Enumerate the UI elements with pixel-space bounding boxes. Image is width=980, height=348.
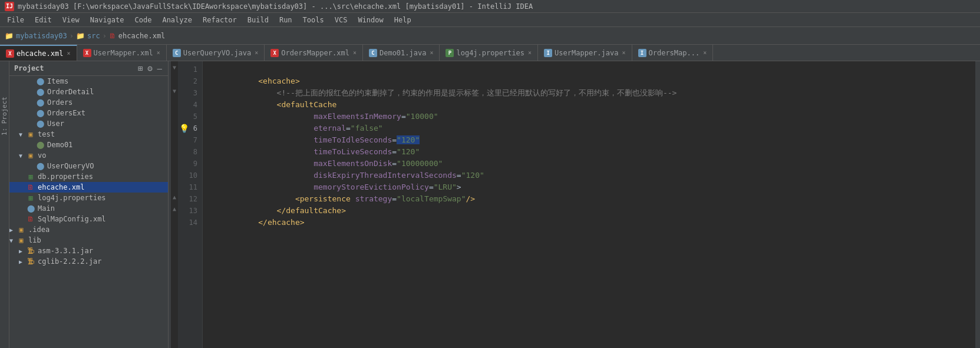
fold-3[interactable]: ▼ (171, 85, 178, 97)
arrow-idea: ▶ (9, 227, 17, 233)
sidebar-settings-btn[interactable]: ⚙ (146, 64, 153, 73)
bracket-10: > (457, 183, 461, 191)
tab-userqueryvo[interactable]: C UserQueryVO.java × (167, 45, 265, 61)
attr-eviction: memoryStoreEvictionPolicy (258, 183, 429, 191)
arrow-asm: ▶ (19, 248, 26, 254)
menu-item-window[interactable]: Window (353, 15, 388, 25)
tree-item-userqueryvo[interactable]: ⬤ UserQueryVO (9, 161, 168, 171)
breadcrumb-src-label: src (87, 32, 100, 40)
tree-folder-vo[interactable]: ▼ ▣ vo (9, 150, 168, 161)
menu-item-navigate[interactable]: Navigate (85, 15, 129, 25)
sidebar-minimize-btn[interactable]: — (156, 64, 163, 73)
attr-strategy: strategy (355, 194, 392, 203)
tab-close-ordersmap[interactable]: × (703, 49, 707, 56)
menu-item-build[interactable]: Build (243, 15, 273, 25)
tab-icon-ordersmap: I (638, 49, 646, 57)
tree-item-sqlmapconfig[interactable]: 🗎 SqlMapConfig.xml (9, 214, 168, 224)
tree-folder-idea[interactable]: ▶ ▣ .idea (9, 224, 168, 235)
val-diskexpiry: "120" (461, 171, 484, 180)
fold-11 (171, 179, 178, 191)
demo01-icon: ⬤ (35, 141, 45, 149)
line-num-7: 7 (178, 134, 202, 146)
folder-test-icon: ▣ (26, 130, 35, 138)
log4j-icon: ▦ (26, 194, 35, 202)
tab-close-demo01[interactable]: × (430, 49, 433, 56)
fold-13[interactable]: ▲ (171, 203, 178, 214)
userqueryvo-label: UserQueryVO (47, 162, 94, 170)
tab-close-usermapper[interactable]: × (157, 49, 160, 56)
eq-11: = (392, 194, 397, 203)
tab-label-userqueryvo: UserQueryVO.java (183, 49, 252, 57)
toolbar: 📁 mybatisday03 › 📁 src › 🗎 ehcache.xml (0, 27, 980, 45)
line-num-11: 11 (178, 181, 202, 193)
code-area[interactable]: <ehcache> <!--把上面的报红色的约束删掉了，约束的作用是提示标签，这… (203, 61, 975, 348)
tree-item-ehcache[interactable]: 🗎 ehcache.xml (9, 182, 168, 193)
tab-close-log4j[interactable]: × (528, 49, 532, 56)
tab-close-ehcache[interactable]: × (67, 50, 70, 57)
tab-close-ordersmapper[interactable]: × (353, 49, 357, 56)
arrow-lib: ▼ (9, 237, 17, 244)
fold-1[interactable]: ▼ (171, 61, 178, 73)
vertical-scrollbar[interactable] (975, 61, 980, 348)
tab-close-userqueryvo[interactable]: × (255, 49, 258, 56)
line-num-5: 5 (178, 111, 202, 122)
editor-content: ▼ ▼ ▲ ▲ 1 2 3 4 5 (171, 61, 980, 348)
tab-ordersmap[interactable]: I OrdersMap... × (632, 45, 714, 61)
tab-ehcache-xml[interactable]: X ehcache.xml × (0, 45, 77, 61)
tree-item-main[interactable]: ⬤ Main (9, 203, 168, 214)
menu-item-run[interactable]: Run (275, 15, 297, 25)
tree-item-dbprops[interactable]: ▦ db.properties (9, 171, 168, 182)
tag-defaultcache-close: </defaultCache> (258, 206, 346, 215)
sep1: › (70, 32, 74, 40)
orders-icon: ⬤ (35, 98, 45, 107)
ordersext-icon: ⬤ (35, 109, 45, 117)
orderdetail-icon: ⬤ (35, 88, 45, 96)
tree-item-user[interactable]: ⬤ User (9, 118, 168, 129)
tab-usermapper-java[interactable]: I UserMapper.java × (538, 45, 632, 61)
menu-item-help[interactable]: Help (390, 15, 416, 25)
attr-maxondisk: maxElementsOnDisk (258, 159, 392, 168)
tab-label-usermapper: UserMapper.xml (94, 49, 153, 57)
tab-label-ehcache: ehcache.xml (17, 49, 63, 58)
tree-item-demo01[interactable]: ⬤ Demo01 (9, 140, 168, 150)
tree-item-cglib[interactable]: ▶ 🗜 cglib-2.2.2.jar (9, 256, 168, 267)
val-eternal: "false" (351, 124, 383, 132)
menu-item-edit[interactable]: Edit (30, 15, 57, 25)
tab-usermapper-xml[interactable]: X UserMapper.xml × (77, 45, 167, 61)
hint-icon[interactable]: 💡 (179, 122, 189, 134)
idea-label: .idea (28, 226, 50, 234)
menu-item-file[interactable]: File (2, 15, 29, 25)
breadcrumb-src-icon: 📁 (76, 32, 85, 40)
menu-item-refactor[interactable]: Refactor (198, 15, 242, 25)
tag-defaultcache: <defaultCache (258, 100, 336, 109)
tab-close-usermapper-java[interactable]: × (622, 49, 625, 56)
tree-item-items[interactable]: ⬤ Items (9, 76, 168, 87)
menu-item-vcs[interactable]: VCS (330, 15, 352, 25)
tree-folder-lib[interactable]: ▼ ▣ lib (9, 235, 168, 246)
tree-item-ordersext[interactable]: ⬤ OrdersExt (9, 108, 168, 118)
line-num-2: 2 (178, 75, 202, 87)
tab-log4j[interactable]: P log4j.properties × (440, 45, 538, 61)
menu-item-view[interactable]: View (58, 15, 84, 25)
sidebar-layout-btn[interactable]: ⊞ (137, 64, 144, 73)
tree-item-orders[interactable]: ⬤ Orders (9, 97, 168, 108)
tree-item-log4j[interactable]: ▦ log4j.properties (9, 193, 168, 203)
tree-item-asm[interactable]: ▶ 🗜 asm-3.3.1.jar (9, 246, 168, 256)
vo-label: vo (38, 151, 46, 160)
tab-demo01[interactable]: C Demo01.java × (363, 45, 440, 61)
tree-folder-test[interactable]: ▼ ▣ test (9, 129, 168, 140)
comment-line2: <!--把上面的报红色的约束删掉了，约束的作用是提示标签，这里已经用默认的写好了… (258, 88, 677, 97)
fold-12[interactable]: ▲ (171, 191, 178, 203)
tree-item-orderdetail[interactable]: ⬤ OrderDetail (9, 87, 168, 97)
attr-timetolive: timeToLiveSeconds (258, 147, 392, 156)
ordersext-label: OrdersExt (47, 109, 85, 117)
tab-ordersmapper[interactable]: X OrdersMapper.xml × (265, 45, 363, 61)
menu-item-code[interactable]: Code (130, 15, 157, 25)
menu-item-analyze[interactable]: Analyze (157, 15, 197, 25)
menu-item-tools[interactable]: Tools (298, 15, 329, 25)
tab-icon-log4j: P (446, 49, 454, 57)
fold-gutter: ▼ ▼ ▲ ▲ (171, 61, 178, 348)
sqlmapconfig-icon: 🗎 (26, 215, 35, 223)
project-panel-label[interactable]: 1: Project (0, 61, 9, 348)
items-icon: ⬤ (35, 77, 45, 85)
